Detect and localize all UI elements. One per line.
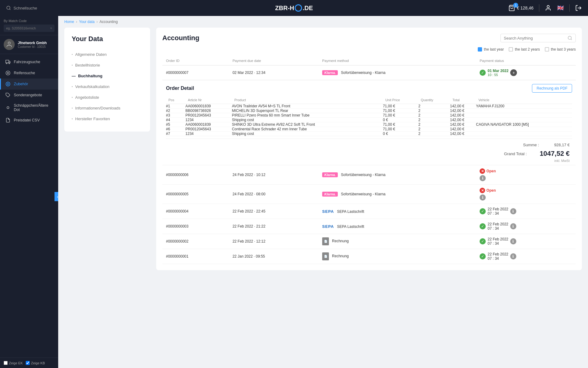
detail-col-product: Product <box>232 96 383 104</box>
file-icon <box>5 117 11 123</box>
nav-allgemeine[interactable]: • Allgemeine Daten <box>72 49 143 60</box>
product-cell: Shipping cost <box>232 118 383 122</box>
table-row[interactable]: #0000000007 02 Mar 2022 · 12:34 Klarna. … <box>162 65 576 80</box>
sidebar-item-zubehor[interactable]: Zubehör <box>0 79 58 90</box>
table-row[interactable]: #0000000006 24 Feb 2022 · 10:12 Klarna. … <box>162 165 576 185</box>
table-row[interactable]: #0000000001 22 Jan 2022 · 09:55 📄 Rechnu… <box>162 249 576 264</box>
nav-informationen[interactable]: • Informationen/Downloads <box>72 103 143 113</box>
table-row[interactable]: #0000000005 24 Feb 2022 · 08:00 Klarna. … <box>162 185 576 204</box>
dash-icon: — <box>72 74 76 78</box>
order-id-cell: #0000000003 <box>162 219 229 234</box>
vehicle-cell: CAGIVA NAVIGATOR 1000 [M5] <box>476 122 572 127</box>
pos-cell: #3 <box>166 113 186 118</box>
order-detail-content: Order Detail Rechnung als PDF Pos Articl… <box>162 80 576 165</box>
detail-col-vehicle: Vehicle <box>476 96 572 104</box>
filter-last-2-years[interactable]: the last 2 years <box>509 47 540 52</box>
match-code-input[interactable] <box>6 26 48 30</box>
pos-cell: #2 <box>166 109 186 113</box>
unit-price-cell: 71,00 € <box>383 109 418 113</box>
info-button[interactable]: ℹ <box>480 194 486 201</box>
user-icon[interactable] <box>545 5 552 11</box>
zeige-kb-input[interactable] <box>26 361 30 365</box>
reifensuche-label: Reifensuche <box>14 71 35 75</box>
gear-icon <box>5 81 11 87</box>
accounting-header: Accounting <box>162 34 576 42</box>
sidebar-search-section: By Match Code <box>0 16 58 35</box>
last-2-years-checkbox[interactable] <box>509 47 513 52</box>
order-detail-title: Order Detail <box>166 86 194 91</box>
grand-total-label: Grand Total : <box>504 151 527 156</box>
sidebar-item-sonderangebote[interactable]: Sonderangebote <box>0 90 58 101</box>
expand-button[interactable]: + <box>510 69 517 76</box>
sonderangebote-label: Sonderangebote <box>14 93 42 97</box>
content-area: Home › Your data › Accounting Your Data … <box>58 16 588 368</box>
flag-icon[interactable]: 🇬🇧 <box>557 5 564 11</box>
sidebar-footer: Zeige EK Zeige KB <box>0 358 58 368</box>
totals-section: Summe : 928,17 € Grand Total : 1047,52 €… <box>166 139 572 165</box>
info-button[interactable]: ℹ <box>510 208 516 214</box>
unit-price-cell: 0 € <box>383 118 418 122</box>
nav-bestellhistorie[interactable]: • Bestellhistorie <box>72 60 143 71</box>
sidebar-nav: Fahrzeugsuche Reifensuche <box>0 54 58 358</box>
sepa-badge: SEPA <box>322 224 334 229</box>
order-id-cell: #0000000004 <box>162 204 229 219</box>
nav-verkaufskalkulation[interactable]: • Verkaufskalkulation <box>72 81 143 92</box>
total-cell: 142,00 € <box>450 132 476 136</box>
nav-buchhaltung-label: Buchhaltung <box>78 74 102 78</box>
user-customer-id: Customer Id - 10015 <box>18 45 47 48</box>
cart-area[interactable]: 1 € 128,46 <box>508 5 534 11</box>
zeige-ek-checkbox[interactable]: Zeige EK <box>4 361 23 365</box>
nav-allgemeine-label: Allgemeine Daten <box>75 52 107 57</box>
nav-hersteller[interactable]: • Hersteller Favoriten <box>72 113 143 124</box>
bullet-icon: • <box>72 106 73 110</box>
breadcrumb-home[interactable]: Home <box>64 20 74 24</box>
last-year-checkbox[interactable] <box>478 47 482 52</box>
filter-last-year[interactable]: the last year <box>478 47 504 52</box>
accounting-search-box[interactable] <box>500 34 576 42</box>
detail-table: Pos Article Nr Product Unit Price Quanti… <box>166 96 572 136</box>
status-date: 22 Feb 2022 <box>488 207 508 211</box>
schnappchen-label: Schnäppchen/Ältere Dot <box>14 103 54 112</box>
nav-hersteller-label: Hersteller Favoriten <box>75 117 110 121</box>
zeige-kb-checkbox[interactable]: Zeige KB <box>26 361 45 365</box>
nav-angebotsliste[interactable]: • Angebotsliste <box>72 92 143 103</box>
quick-search[interactable]: Schnellsuche <box>6 6 37 10</box>
zeige-ek-input[interactable] <box>4 361 8 365</box>
detail-row: #6 PR0012045643 Continental Race Schrade… <box>166 127 572 132</box>
payment-status-cell: ✓ 01 Mar 2022 10 : 55 + <box>476 65 576 80</box>
total-cell: 142,00 € <box>450 118 476 122</box>
accounting-search-input[interactable] <box>504 36 565 40</box>
payment-method-cell: Klarna. Sofortüberweisung - Klarna <box>318 65 476 80</box>
logout-icon[interactable] <box>575 5 582 11</box>
col-order-id: Order ID <box>162 56 229 65</box>
sidebar-item-reifensuche[interactable]: Reifensuche <box>0 67 58 79</box>
info-button[interactable]: ℹ <box>510 238 516 244</box>
info-button[interactable]: ℹ <box>510 253 516 259</box>
sidebar-item-preisdatei[interactable]: Preisdatei CSV <box>0 115 58 126</box>
nav-buchhaltung[interactable]: — Buchhaltung <box>72 71 143 81</box>
svg-point-16 <box>7 107 9 109</box>
table-row[interactable]: #0000000003 22 Feb 2022 · 21:22 SEPA SEP… <box>162 219 576 234</box>
table-row[interactable]: #0000000004 22 Feb 2022 · 22:45 SEPA SEP… <box>162 204 576 219</box>
sidebar-item-schnappchen[interactable]: Schnäppchen/Ältere Dot <box>0 101 58 115</box>
search-icon[interactable] <box>567 36 572 40</box>
grand-total-row: Grand Total : 1047,52 € <box>166 148 572 159</box>
table-row[interactable]: #0000000002 22 Feb 2022 · 12:12 📄 Rechnu… <box>162 234 576 249</box>
breadcrumb-your-data[interactable]: Your data <box>79 20 95 24</box>
info-button[interactable]: ℹ <box>480 175 486 181</box>
zubehor-label: Zubehör <box>14 82 28 86</box>
pdf-button[interactable]: Rechnung als PDF <box>532 84 572 93</box>
filter-last-3-years[interactable]: the last 3 years <box>545 47 576 52</box>
sidebar-item-fahrzeugsuche[interactable]: Fahrzeugsuche <box>0 56 58 67</box>
expanded-detail-row: Order Detail Rechnung als PDF Pos Articl… <box>162 80 576 165</box>
payment-due-cell: 22 Feb 2022 · 22:45 <box>229 204 318 219</box>
detail-row: #3 PR0012045643 PIRELLI Pzero Presta 60 … <box>166 113 572 118</box>
sidebar-collapse-button[interactable]: ‹ <box>55 192 58 201</box>
info-button[interactable]: ℹ <box>510 223 516 229</box>
match-code-input-wrapper[interactable] <box>4 25 55 32</box>
order-id-cell: #0000000001 <box>162 249 229 264</box>
payment-due-cell: 24 Feb 2022 · 08:00 <box>229 185 318 204</box>
last-3-years-checkbox[interactable] <box>545 47 549 52</box>
detail-col-article: Article Nr <box>186 96 232 104</box>
svg-point-5 <box>51 28 52 29</box>
